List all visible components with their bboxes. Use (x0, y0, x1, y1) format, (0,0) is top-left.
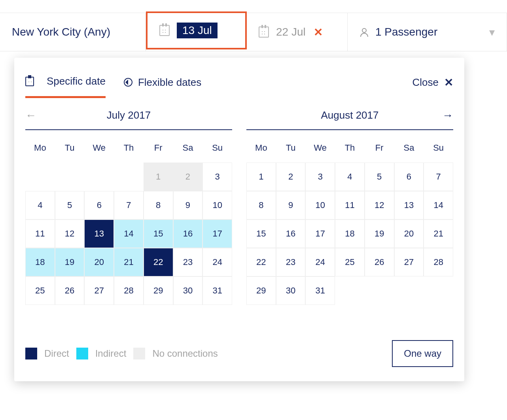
calendar-cell-empty (25, 163, 55, 191)
tab-specific-date[interactable]: Specific date (25, 75, 106, 98)
calendar-day[interactable]: 17 (305, 219, 335, 248)
month-title-right: August 2017 (321, 109, 378, 121)
calendar-day[interactable]: 6 (84, 191, 114, 219)
prev-month-arrow[interactable]: ← (25, 109, 36, 122)
tab-flexible-label: Flexible dates (138, 76, 201, 89)
calendar-day[interactable]: 16 (276, 219, 306, 248)
depart-date-field[interactable]: 13 Jul (146, 11, 247, 49)
calendar-day[interactable]: 22 (246, 248, 276, 276)
calendar-day[interactable]: 21 (114, 248, 144, 276)
calendar-icon (25, 77, 34, 86)
legend-direct: Direct (44, 348, 69, 359)
location-field[interactable]: New York City (Any) (0, 13, 146, 51)
clear-return-icon[interactable]: ✕ (314, 26, 323, 39)
calendar-day[interactable]: 9 (173, 191, 203, 219)
chevron-down-icon: ▾ (489, 26, 495, 39)
calendar-day: 1 (144, 163, 173, 191)
calendar-day[interactable]: 30 (276, 276, 306, 305)
month-left: ← July 2017 MoTuWeThFrSaSu 1234567891011… (25, 109, 232, 305)
dow-label: Sa (173, 140, 203, 156)
return-date-field[interactable]: 22 Jul ✕ (247, 13, 348, 51)
calendar-day[interactable]: 7 (114, 191, 144, 219)
calendar-day[interactable]: 23 (276, 248, 306, 276)
month-right: August 2017 → MoTuWeThFrSaSu 12345678910… (246, 109, 453, 305)
calendar-day[interactable]: 20 (84, 248, 114, 276)
calendar-day[interactable]: 3 (202, 163, 232, 191)
dow-label: Tu (55, 140, 85, 156)
svg-point-0 (362, 28, 366, 32)
calendar-day[interactable]: 8 (246, 191, 276, 219)
dow-label: Th (335, 140, 365, 156)
month-header-left: ← July 2017 (25, 109, 232, 130)
calendar-day[interactable]: 23 (173, 248, 203, 276)
calendar-day[interactable]: 28 (114, 276, 144, 305)
calendar-day[interactable]: 29 (144, 276, 173, 305)
next-month-arrow[interactable]: → (442, 109, 453, 122)
dow-label: Su (202, 140, 232, 156)
calendar-day[interactable]: 13 (394, 191, 424, 219)
calendar-day[interactable]: 3 (305, 163, 335, 191)
tab-flexible-dates[interactable]: Flexible dates (124, 76, 201, 97)
calendar-day[interactable]: 16 (173, 219, 203, 248)
dow-label: Mo (246, 140, 276, 156)
passenger-text: 1 Passenger (375, 26, 437, 38)
calendar-day[interactable]: 24 (305, 248, 335, 276)
calendar-day[interactable]: 31 (305, 276, 335, 305)
calendar-day[interactable]: 22 (144, 248, 173, 276)
calendar-day[interactable]: 14 (424, 191, 453, 219)
calendar-day[interactable]: 9 (276, 191, 306, 219)
calendar-day[interactable]: 26 (365, 248, 394, 276)
calendar-day[interactable]: 30 (173, 276, 203, 305)
calendar-day[interactable]: 19 (55, 248, 85, 276)
calendar-day[interactable]: 2 (276, 163, 306, 191)
date-picker-popup: Specific date Flexible dates Close ✕ ← J… (14, 58, 464, 381)
dow-label: We (305, 140, 335, 156)
calendar-day[interactable]: 28 (424, 248, 453, 276)
calendar-day[interactable]: 11 (335, 191, 365, 219)
search-bar: New York City (Any) 13 Jul 22 Jul ✕ 1 Pa… (0, 13, 507, 51)
calendar-day[interactable]: 21 (424, 219, 453, 248)
close-label: Close (412, 76, 439, 89)
location-text: New York City (Any) (12, 26, 110, 38)
calendar-day[interactable]: 24 (202, 248, 232, 276)
close-button[interactable]: Close ✕ (412, 76, 453, 98)
calendar-day[interactable]: 1 (246, 163, 276, 191)
calendar-day[interactable]: 18 (335, 219, 365, 248)
calendar-cell-empty (84, 163, 114, 191)
calendar-day[interactable]: 12 (55, 219, 85, 248)
calendar-day[interactable]: 13 (84, 219, 114, 248)
calendar-day[interactable]: 5 (365, 163, 394, 191)
dow-label: Mo (25, 140, 55, 156)
calendar-day[interactable]: 15 (246, 219, 276, 248)
calendar-day[interactable]: 10 (202, 191, 232, 219)
calendar-day[interactable]: 6 (394, 163, 424, 191)
calendar-day[interactable]: 12 (365, 191, 394, 219)
calendar-day[interactable]: 27 (394, 248, 424, 276)
calendar-day[interactable]: 31 (202, 276, 232, 305)
calendar-day[interactable]: 15 (144, 219, 173, 248)
calendar-day[interactable]: 11 (25, 219, 55, 248)
calendar-day[interactable]: 25 (335, 248, 365, 276)
calendar-day[interactable]: 5 (55, 191, 85, 219)
calendar-day[interactable]: 26 (55, 276, 85, 305)
calendar-day[interactable]: 17 (202, 219, 232, 248)
calendar-day[interactable]: 10 (305, 191, 335, 219)
tab-specific-label: Specific date (47, 75, 106, 87)
passenger-field[interactable]: 1 Passenger ▾ (348, 13, 507, 51)
calendar-day[interactable]: 18 (25, 248, 55, 276)
calendar-day[interactable]: 7 (424, 163, 453, 191)
one-way-button[interactable]: One way (392, 340, 453, 367)
calendar-day[interactable]: 20 (394, 219, 424, 248)
calendar-day[interactable]: 4 (335, 163, 365, 191)
calendar-day[interactable]: 19 (365, 219, 394, 248)
calendar-day[interactable]: 14 (114, 219, 144, 248)
calendar-day[interactable]: 29 (246, 276, 276, 305)
dow-label: Th (114, 140, 144, 156)
popup-footer: Direct Indirect No connections One way (25, 340, 453, 367)
calendar-day[interactable]: 4 (25, 191, 55, 219)
calendar-day[interactable]: 27 (84, 276, 114, 305)
swatch-none (133, 348, 145, 359)
calendar-day[interactable]: 25 (25, 276, 55, 305)
calendar-day[interactable]: 8 (144, 191, 173, 219)
legend-indirect: Indirect (95, 348, 127, 359)
